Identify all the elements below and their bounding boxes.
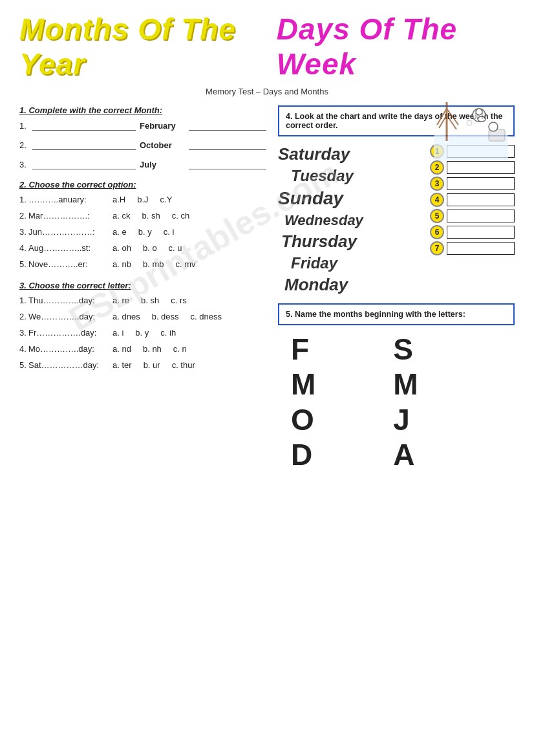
opt-a: a. ter: [112, 360, 132, 370]
letters-left: F M O D: [291, 333, 315, 471]
subtitle: Memory Test – Days and Months: [19, 87, 515, 96]
title-months: Months Of The Year: [19, 12, 277, 81]
letter-M2: M: [393, 368, 418, 401]
opt-a: a. i: [112, 328, 123, 338]
fill-blank-2: [189, 140, 266, 150]
opt-a: a. dnes: [112, 312, 140, 321]
day-tuesday: Tuesday: [291, 166, 430, 186]
fill-row-2: 2. October: [19, 140, 272, 150]
opt-a: a. nd: [112, 344, 131, 354]
options: a. ck b. sh c. ch: [112, 211, 189, 221]
opt-a: a. re: [112, 296, 129, 305]
fill-blank-2: [189, 159, 266, 169]
option-row-s3-2: 2. We…………..day: a. dnes b. dess c. dness: [19, 312, 272, 321]
word: Sat……………day:: [28, 360, 112, 370]
opt-c: c. u: [169, 243, 182, 253]
month-label: July: [140, 160, 185, 169]
word: Fr…………….day:: [28, 328, 112, 338]
fill-row-1: 1. February: [19, 120, 272, 131]
option-row-s3-1: 1. Thu………….day: a. re b. sh c. rs: [19, 296, 272, 305]
letter-A: A: [393, 438, 418, 471]
row-num: 2.: [19, 312, 28, 321]
title-days: Days Of The Week: [277, 12, 515, 81]
svg-point-11: [467, 120, 472, 125]
option-row-s3-5: 5. Sat……………day: a. ter b. ur c. thur: [19, 360, 272, 370]
option-row-3: 3. Jun………………: a. e b. y c. i: [19, 227, 272, 237]
options: a. i b. y c. ih: [112, 328, 176, 338]
row-num: 2.: [19, 211, 28, 221]
options: a. nd b. nh c. n: [112, 344, 187, 354]
opt-c: c. mv: [175, 259, 195, 269]
options: a. oh b. o c. u: [112, 243, 182, 253]
options: a. e b. y c. i: [112, 227, 174, 237]
row-num: 1.: [19, 195, 28, 204]
opt-c: c. i: [164, 227, 175, 237]
letter-F: F: [291, 333, 315, 366]
answer-row-2: 2: [430, 160, 515, 175]
word: ………..anuary:: [28, 195, 112, 204]
answer-box-7: [447, 242, 515, 255]
option-row-s3-4: 4. Mo…………..day: a. nd b. nh c. n: [19, 344, 272, 354]
days-answers: 1 2 3 4 5: [430, 144, 515, 255]
opt-b: b. y: [135, 328, 149, 338]
answer-box-4: [447, 193, 515, 206]
options: a. nb b. mb c. mv: [112, 259, 196, 269]
word: Aug…………..st:: [28, 243, 112, 253]
days-words-list: Saturday Tuesday Sunday Wednesday Thursd…: [278, 143, 430, 297]
svg-point-7: [478, 116, 486, 122]
word: Mar…………….:: [28, 211, 112, 221]
section-5-box: 5. Name the months beginning with the le…: [278, 303, 515, 325]
svg-point-8: [476, 109, 482, 115]
option-row-4: 4. Aug…………..st: a. oh b. o c. u: [19, 243, 272, 253]
day-saturday: Saturday: [278, 143, 430, 166]
opt-a: a. nb: [112, 259, 131, 269]
circle-7: 7: [430, 241, 444, 255]
days-chart: Saturday Tuesday Sunday Wednesday Thursd…: [278, 143, 515, 297]
row-num: 2.: [19, 140, 28, 150]
opt-a: a. oh: [112, 243, 131, 253]
circle-5: 5: [430, 209, 444, 223]
day-monday: Monday: [284, 274, 430, 296]
fill-blank: [32, 120, 136, 131]
row-num: 1.: [19, 121, 28, 131]
row-num: 4.: [19, 243, 28, 253]
opt-c: c. dness: [191, 312, 222, 321]
word: We…………..day:: [28, 312, 112, 321]
answer-row-5: 5: [430, 209, 515, 223]
letter-S: S: [393, 333, 418, 366]
options: a. re b. sh c. rs: [112, 296, 187, 305]
fill-blank-2: [189, 120, 266, 131]
opt-c: c. ih: [160, 328, 176, 338]
answer-box-2: [447, 161, 515, 174]
day-friday: Friday: [291, 253, 430, 274]
opt-c: c. n: [173, 344, 187, 354]
month-label: October: [140, 140, 185, 150]
word: Jun………………:: [28, 227, 112, 237]
answer-box-6: [447, 226, 515, 239]
letter-M: M: [291, 368, 315, 401]
opt-a: a. ck: [112, 211, 130, 221]
opt-c: c. ch: [172, 211, 189, 221]
answer-box-5: [447, 210, 515, 222]
fill-row-3: 3. July: [19, 159, 272, 169]
opt-c: c.Y: [160, 195, 173, 204]
month-label: February: [140, 121, 185, 131]
row-num: 4.: [19, 344, 28, 354]
circle-6: 6: [430, 225, 444, 239]
opt-b: b. y: [138, 227, 152, 237]
answer-row-7: 7: [430, 241, 515, 255]
options: a. ter b. ur c. thur: [112, 360, 195, 370]
circle-3: 3: [430, 177, 444, 191]
svg-line-3: [439, 115, 447, 128]
circle-4: 4: [430, 193, 444, 207]
opt-b: b. nh: [143, 344, 162, 354]
section-2-title: 2. Choose the correct option:: [19, 180, 272, 189]
word: Thu………….day:: [28, 296, 112, 305]
row-num: 5.: [19, 360, 28, 370]
opt-a: a.H: [112, 195, 125, 204]
section-1-title: 1. Complete with the correct Month:: [19, 105, 272, 115]
section-1: 1. Complete with the correct Month: 1. F…: [19, 105, 272, 169]
opt-b: b. mb: [143, 259, 164, 269]
options: a.H b.J c.Y: [112, 195, 172, 204]
circle-2: 2: [430, 160, 444, 175]
